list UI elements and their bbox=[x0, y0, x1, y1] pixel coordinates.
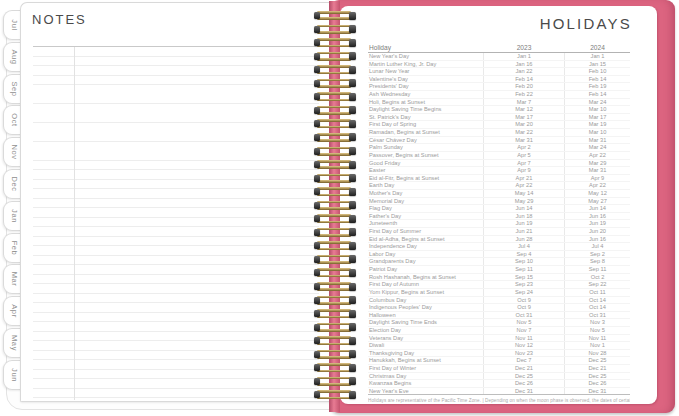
date-2024-cell: Dec 25 bbox=[565, 357, 630, 364]
coil-icon bbox=[314, 119, 356, 128]
holiday-name-cell: Diwali bbox=[368, 342, 483, 349]
coil-icon bbox=[314, 336, 356, 345]
table-row: First Day of SummerJun 21Jun 20 bbox=[368, 228, 630, 236]
date-2023-cell: Sep 23 bbox=[483, 281, 565, 288]
date-2023-cell: May 14 bbox=[483, 190, 565, 197]
date-2024-cell: Oct 31 bbox=[565, 312, 630, 319]
date-2024-cell: Oct 14 bbox=[565, 304, 630, 311]
column-header-2023: 2023 bbox=[483, 43, 565, 52]
table-row: Martin Luther King, Jr. DayJan 16Jan 15 bbox=[368, 61, 630, 69]
table-row: New Year's DayJan 1Jan 1 bbox=[368, 53, 630, 61]
date-2023-cell: Mar 22 bbox=[483, 129, 565, 136]
table-row: Hanukkah, Begins at SunsetDec 7Dec 25 bbox=[368, 357, 630, 365]
date-2023-cell: Nov 12 bbox=[483, 342, 565, 349]
date-2023-cell: Oct 9 bbox=[483, 297, 565, 304]
table-row: Columbus DayOct 9Oct 14 bbox=[368, 297, 630, 305]
date-2023-cell: Dec 25 bbox=[483, 373, 565, 380]
table-row: St. Patrick's DayMar 17Mar 17 bbox=[368, 114, 630, 122]
date-2024-cell: Mar 31 bbox=[565, 137, 630, 144]
holiday-name-cell: Indigenous Peoples' Day bbox=[368, 304, 483, 311]
holiday-name-cell: Mother's Day bbox=[368, 190, 483, 197]
coil-icon bbox=[314, 323, 356, 332]
date-2023-cell: Jan 1 bbox=[483, 53, 565, 60]
table-row: Flag DayJun 14Jun 14 bbox=[368, 205, 630, 213]
coil-icon bbox=[314, 363, 356, 372]
notes-title: NOTES bbox=[32, 12, 87, 27]
table-row: Mother's DayMay 14May 12 bbox=[368, 190, 630, 198]
table-row: Election DayNov 7Nov 5 bbox=[368, 327, 630, 335]
table-row: César Chávez DayMar 31Mar 31 bbox=[368, 137, 630, 145]
date-2024-cell: Apr 22 bbox=[565, 152, 630, 159]
holiday-name-cell: Ash Wednesday bbox=[368, 91, 483, 98]
holiday-name-cell: Flag Day bbox=[368, 205, 483, 212]
table-row: Indigenous Peoples' DayOct 9Oct 14 bbox=[368, 304, 630, 312]
holiday-name-cell: Halloween bbox=[368, 312, 483, 319]
holiday-name-cell: Memorial Day bbox=[368, 198, 483, 205]
date-2024-cell: Sep 2 bbox=[565, 251, 630, 258]
holidays-title: HOLIDAYS bbox=[540, 15, 632, 32]
table-row: Kwanzaa BeginsDec 26Dec 26 bbox=[368, 380, 630, 388]
date-2024-cell: Dec 31 bbox=[565, 388, 630, 395]
holiday-name-cell: Yom Kippur, Begins at Sunset bbox=[368, 289, 483, 296]
coil-icon bbox=[314, 377, 356, 386]
date-2023-cell: Jun 14 bbox=[483, 205, 565, 212]
table-row: Ramadan, Begins at SunsetMar 22Mar 10 bbox=[368, 129, 630, 137]
table-row: Veterans DayNov 11Nov 11 bbox=[368, 335, 630, 343]
table-row: Presidents' DayFeb 20Feb 19 bbox=[368, 83, 630, 91]
holidays-table: Holiday 2023 2024 New Year's DayJan 1Jan… bbox=[368, 43, 630, 395]
date-2023-cell: Jun 28 bbox=[483, 236, 565, 243]
date-2023-cell: Nov 7 bbox=[483, 327, 565, 334]
date-2024-cell: Dec 25 bbox=[565, 373, 630, 380]
holiday-name-cell: Labor Day bbox=[368, 251, 483, 258]
table-row: Christmas DayDec 25Dec 25 bbox=[368, 373, 630, 381]
holiday-name-cell: Columbus Day bbox=[368, 297, 483, 304]
table-row: Valentine's DayFeb 14Feb 14 bbox=[368, 76, 630, 84]
coil-icon bbox=[314, 11, 356, 20]
date-2023-cell: Mar 17 bbox=[483, 114, 565, 121]
table-row: Eid al-Fitr, Begins at SunsetApr 21Apr 9 bbox=[368, 175, 630, 183]
date-2024-cell: Jun 16 bbox=[565, 236, 630, 243]
table-row: Independence DayJul 4Jul 4 bbox=[368, 243, 630, 251]
table-row: First Day of AutumnSep 23Sep 22 bbox=[368, 281, 630, 289]
holiday-name-cell: First Day of Summer bbox=[368, 228, 483, 235]
holiday-name-cell: Earth Day bbox=[368, 182, 483, 189]
holiday-name-cell: Valentine's Day bbox=[368, 76, 483, 83]
date-2024-cell: Mar 24 bbox=[565, 144, 630, 151]
date-2024-cell: Sep 8 bbox=[565, 258, 630, 265]
date-2023-cell: Apr 21 bbox=[483, 175, 565, 182]
date-2023-cell: Mar 20 bbox=[483, 121, 565, 128]
coil-icon bbox=[314, 255, 356, 264]
holiday-name-cell: St. Patrick's Day bbox=[368, 114, 483, 121]
table-row: Lunar New YearJan 22Feb 10 bbox=[368, 68, 630, 76]
holiday-name-cell: Christmas Day bbox=[368, 373, 483, 380]
coil-icon bbox=[314, 296, 356, 305]
table-row: Memorial DayMay 29May 27 bbox=[368, 198, 630, 206]
date-2024-cell: Nov 3 bbox=[565, 319, 630, 326]
date-2023-cell: Apr 2 bbox=[483, 144, 565, 151]
planner-spread: JulAugSepOctNovDecJanFebMarAprMayJun NOT… bbox=[0, 0, 679, 416]
date-2024-cell: Dec 26 bbox=[565, 380, 630, 387]
holiday-name-cell: First Day of Autumn bbox=[368, 281, 483, 288]
table-row: Rosh Hashanah, Begins at SunsetSep 15Oct… bbox=[368, 274, 630, 282]
holiday-name-cell: Daylight Saving Time Ends bbox=[368, 319, 483, 326]
footnote: Holidays are representative of the Pacif… bbox=[368, 398, 630, 403]
date-2023-cell: Dec 26 bbox=[483, 380, 565, 387]
holiday-name-cell: Holi, Begins at Sunset bbox=[368, 99, 483, 106]
holiday-name-cell: Lunar New Year bbox=[368, 68, 483, 75]
coil-icon bbox=[314, 187, 356, 196]
coil-icon bbox=[314, 38, 356, 47]
date-2023-cell: Mar 12 bbox=[483, 106, 565, 113]
coil-icon bbox=[314, 174, 356, 183]
table-row: JuneteenthJun 19Jun 19 bbox=[368, 220, 630, 228]
date-2024-cell: Nov 11 bbox=[565, 335, 630, 342]
date-2024-cell: Mar 10 bbox=[565, 106, 630, 113]
date-2024-cell: Jun 19 bbox=[565, 220, 630, 227]
holiday-name-cell: Good Friday bbox=[368, 160, 483, 167]
holiday-name-cell: New Year's Day bbox=[368, 53, 483, 60]
coil-icon bbox=[314, 147, 356, 156]
holidays-table-body: New Year's DayJan 1Jan 1Martin Luther Ki… bbox=[368, 53, 630, 395]
date-2023-cell: Oct 31 bbox=[483, 312, 565, 319]
holiday-name-cell: Eid al-Fitr, Begins at Sunset bbox=[368, 175, 483, 182]
table-row: Grandparents DaySep 10Sep 8 bbox=[368, 258, 630, 266]
date-2023-cell: Nov 23 bbox=[483, 350, 565, 357]
